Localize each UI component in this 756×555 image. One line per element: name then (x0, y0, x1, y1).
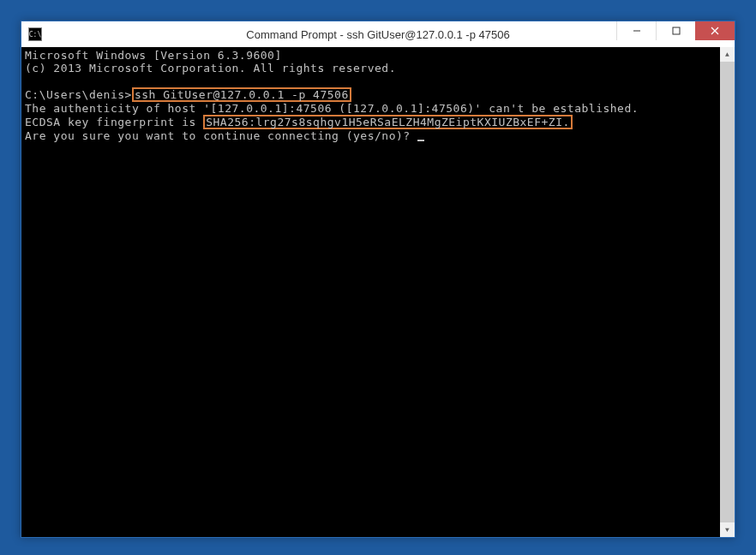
maximize-button[interactable] (656, 21, 695, 40)
terminal-output[interactable]: Microsoft Windows [Version 6.3.9600] (c)… (21, 47, 735, 537)
version-line: Microsoft Windows [Version 6.3.9600] (25, 49, 731, 62)
scrollbar-track[interactable] (720, 62, 735, 522)
authenticity-line: The authenticity of host '[127.0.0.1]:47… (25, 102, 731, 115)
close-button[interactable] (695, 21, 735, 40)
prompt-prefix: C:\Users\denis> (25, 88, 132, 101)
scrollbar-up-button[interactable]: ▲ (720, 47, 735, 62)
titlebar[interactable]: C:\ Command Prompt - ssh GitUser@127.0.0… (21, 21, 735, 47)
scrollbar-down-button[interactable]: ▼ (720, 522, 735, 537)
confirm-line: Are you sure you want to continue connec… (25, 129, 731, 142)
fingerprint-line: ECDSA key fingerprint is SHA256:lrg27s8s… (25, 115, 731, 129)
cursor (417, 140, 424, 141)
minimize-icon (633, 27, 641, 35)
ssh-command-highlight: ssh GitUser@127.0.0.1 -p 47506 (132, 87, 351, 102)
confirm-prompt: Are you sure you want to continue connec… (25, 129, 417, 142)
maximize-icon (672, 27, 681, 35)
app-icon: C:\ (28, 27, 42, 41)
close-icon (711, 27, 719, 35)
scrollbar-thumb[interactable] (720, 62, 735, 522)
fingerprint-prefix: ECDSA key fingerprint is (25, 116, 203, 128)
copyright-line: (c) 2013 Microsoft Corporation. All righ… (25, 62, 731, 75)
prompt-line: C:\Users\denis>ssh GitUser@127.0.0.1 -p … (25, 87, 731, 102)
fingerprint-highlight: SHA256:lrg27s8sqhgv1H5eRSaELZH4MgZEiptKX… (203, 115, 573, 129)
vertical-scrollbar[interactable]: ▲ ▼ (720, 47, 735, 537)
minimize-button[interactable] (616, 21, 656, 40)
window-controls (616, 21, 735, 40)
blank-line (25, 75, 731, 87)
command-prompt-window: C:\ Command Prompt - ssh GitUser@127.0.0… (21, 21, 735, 538)
svg-rect-1 (673, 27, 680, 34)
